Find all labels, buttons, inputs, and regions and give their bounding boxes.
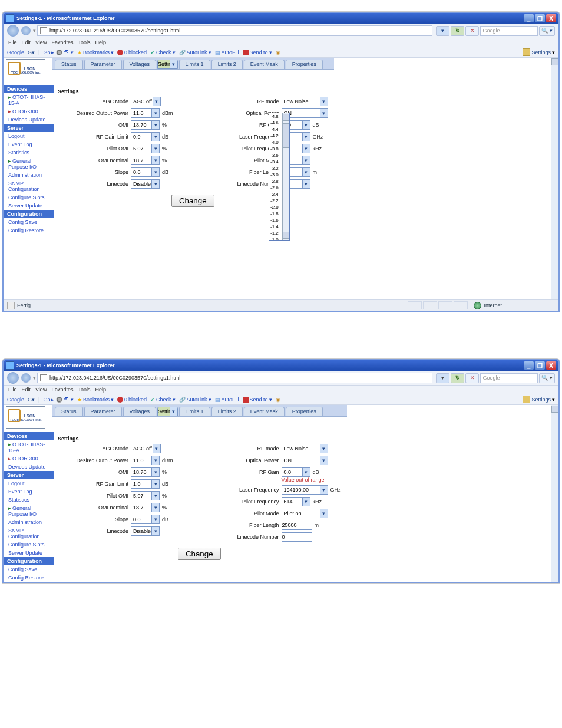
- param-select[interactable]: AGC off: [131, 444, 161, 453]
- tab-properties[interactable]: Properties: [286, 60, 323, 69]
- refresh-button[interactable]: ↻: [451, 373, 464, 383]
- param-select[interactable]: 0.0: [131, 515, 160, 524]
- param-select[interactable]: ON: [282, 456, 328, 465]
- tb-bookmarks[interactable]: ★Bookmarks▾: [77, 50, 114, 55]
- tab-parameter[interactable]: Parameter: [84, 60, 122, 69]
- param-select[interactable]: 194100.00: [282, 485, 328, 495]
- sidebar-item[interactable]: Devices Update: [4, 463, 54, 471]
- sidebar-item[interactable]: Configure Slots: [4, 541, 54, 549]
- refresh-button[interactable]: ↻: [451, 26, 464, 36]
- param-select[interactable]: 5.07: [131, 144, 160, 153]
- close-button[interactable]: X: [546, 14, 556, 22]
- sidebar-item[interactable]: Logout: [4, 479, 54, 487]
- param-input[interactable]: 25000: [282, 521, 312, 530]
- tb-go[interactable]: Go ▸ 🔘 🗗 ▾: [43, 397, 74, 403]
- close-button[interactable]: X: [546, 361, 556, 370]
- dropdown-scrollbar[interactable]: [282, 113, 289, 240]
- sidebar-item[interactable]: General Purpose I/O: [4, 504, 54, 518]
- tb-blocked[interactable]: 0 blocked: [117, 397, 147, 403]
- tb-check[interactable]: ✔Check ▾: [150, 397, 176, 403]
- tab-parameter[interactable]: Parameter: [84, 407, 122, 416]
- param-select[interactable]: 11.0: [131, 108, 160, 118]
- menu-help[interactable]: Help: [95, 39, 106, 45]
- minimize-button[interactable]: _: [524, 14, 534, 22]
- sidebar-item[interactable]: Event Log: [4, 487, 54, 496]
- param-select[interactable]: Pilot on: [282, 509, 328, 518]
- sidebar-item[interactable]: OTOT-HHAS-15-A: [4, 93, 54, 107]
- search-go-button[interactable]: 🔍 ▾: [539, 373, 555, 383]
- sidebar-item[interactable]: OTOT-HHAS-15-A: [4, 440, 54, 454]
- param-select[interactable]: 0.0: [131, 167, 160, 177]
- menu-edit[interactable]: Edit: [22, 387, 31, 393]
- nav-fwd-button[interactable]: [21, 26, 31, 35]
- search-box[interactable]: Google: [480, 26, 538, 36]
- tab-settings[interactable]: Settings: [157, 407, 178, 416]
- tb-autofill[interactable]: ▤AutoFill: [215, 50, 239, 55]
- tab-status[interactable]: Status: [55, 60, 83, 69]
- tb-sendto[interactable]: Send to▾: [243, 397, 272, 403]
- tb-check[interactable]: ✔Check ▾: [150, 50, 176, 55]
- nav-back-button[interactable]: [7, 372, 19, 384]
- nav-fwd-button[interactable]: [21, 373, 31, 383]
- tb-sendto[interactable]: Send to▾: [243, 50, 272, 55]
- param-select[interactable]: 18.7: [131, 156, 160, 165]
- sidebar-item[interactable]: Statistics: [4, 149, 54, 157]
- menu-file[interactable]: File: [8, 387, 17, 393]
- tab-properties[interactable]: Properties: [286, 407, 323, 416]
- tb-more[interactable]: ◉: [276, 397, 280, 403]
- tab-limits-1[interactable]: Limits 1: [179, 60, 210, 69]
- menu-edit[interactable]: Edit: [22, 39, 31, 45]
- menu-view[interactable]: View: [35, 39, 47, 45]
- address-input[interactable]: http://172.023.041.216/US/00C02903570/se…: [37, 373, 432, 383]
- address-input[interactable]: http://172.023.041.216/US/00C02903570/se…: [37, 25, 432, 36]
- param-select[interactable]: Low Noise: [282, 97, 328, 106]
- tab-limits-2[interactable]: Limits 2: [211, 407, 243, 416]
- minimize-button[interactable]: _: [524, 361, 534, 370]
- param-select[interactable]: 18.7: [131, 503, 160, 512]
- toolbar-settings-link[interactable]: Settings: [531, 397, 551, 403]
- param-select[interactable]: 0.0: [282, 467, 310, 477]
- sidebar-item[interactable]: Config Save: [4, 565, 54, 574]
- tab-status[interactable]: Status: [55, 407, 83, 416]
- rfgain-dropdown-list[interactable]: -4.8-4.6-4.4-4.2-4.0-3.8-3.6-3.4-3.2-3.0…: [269, 113, 290, 241]
- menu-tools[interactable]: Tools: [78, 39, 90, 45]
- change-button[interactable]: Change: [171, 195, 214, 207]
- menu-file[interactable]: File: [8, 39, 17, 45]
- stop-button[interactable]: ✕: [465, 26, 479, 36]
- sidebar-item[interactable]: Server Update: [4, 549, 54, 557]
- tb-autolink[interactable]: 🔗AutoLink ▾: [179, 397, 211, 403]
- menu-tools[interactable]: Tools: [78, 387, 90, 393]
- menu-favorites[interactable]: Favorites: [51, 39, 73, 45]
- tab-event-mask[interactable]: Event Mask: [244, 407, 285, 416]
- page-scrollbar[interactable]: [551, 405, 558, 582]
- addr-dropdown[interactable]: ▾: [436, 26, 449, 36]
- tb-go[interactable]: Go ▸ 🔘 🗗 ▾: [43, 50, 74, 55]
- param-select[interactable]: 5.07: [131, 491, 160, 500]
- tab-voltages[interactable]: Voltages: [123, 407, 157, 416]
- param-select[interactable]: Low Noise: [282, 444, 328, 453]
- tb-autofill[interactable]: ▤AutoFill: [215, 397, 239, 403]
- menu-help[interactable]: Help: [95, 387, 106, 393]
- sidebar-item[interactable]: SNMP Configuration: [4, 179, 54, 193]
- sidebar-item[interactable]: Configure Slots: [4, 193, 54, 202]
- sidebar-item[interactable]: General Purpose I/O: [4, 157, 54, 171]
- param-select[interactable]: AGC off: [131, 97, 161, 106]
- tab-limits-2[interactable]: Limits 2: [211, 60, 243, 69]
- toolbar-settings-link[interactable]: Settings: [531, 50, 551, 55]
- param-select[interactable]: 18.70: [131, 120, 160, 130]
- tb-more[interactable]: ◉: [276, 50, 280, 55]
- sidebar-item[interactable]: Config Restore: [4, 226, 54, 235]
- tab-event-mask[interactable]: Event Mask: [244, 60, 285, 69]
- tab-voltages[interactable]: Voltages: [123, 60, 157, 69]
- sidebar-item[interactable]: Administration: [4, 171, 54, 179]
- page-scrollbar[interactable]: [551, 58, 558, 299]
- search-go-button[interactable]: 🔍 ▾: [539, 26, 555, 36]
- sidebar-item[interactable]: Statistics: [4, 496, 54, 504]
- param-select[interactable]: 11.0: [131, 456, 160, 465]
- sidebar-item[interactable]: Devices Update: [4, 116, 54, 124]
- sidebar-item[interactable]: OTOR-300: [4, 454, 54, 463]
- sidebar-item[interactable]: SNMP Configuration: [4, 526, 54, 541]
- addr-dropdown[interactable]: ▾: [436, 373, 449, 383]
- change-button[interactable]: Change: [178, 548, 221, 560]
- search-box[interactable]: Google: [480, 373, 538, 383]
